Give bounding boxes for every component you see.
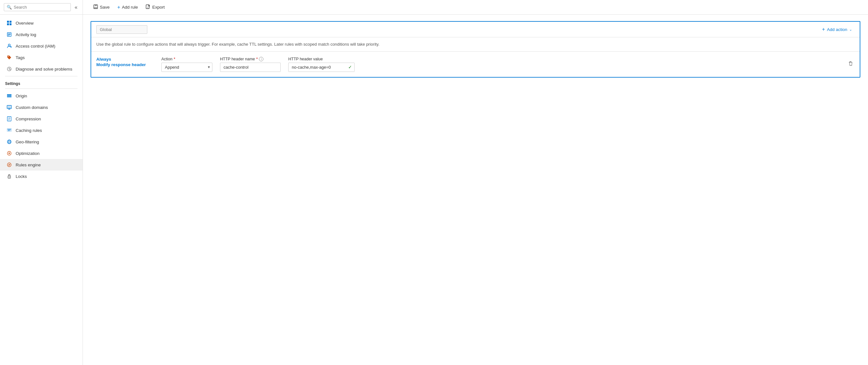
- sidebar-item-label: Tags: [16, 55, 25, 60]
- export-icon: [146, 4, 151, 10]
- sidebar-item-rules-engine[interactable]: Rules engine: [0, 159, 83, 171]
- save-button[interactable]: Save: [91, 3, 112, 12]
- action-select-wrapper[interactable]: Append Overwrite Delete: [161, 63, 212, 72]
- search-box[interactable]: 🔍: [4, 3, 71, 11]
- action-required-star: *: [174, 57, 175, 61]
- svg-rect-1: [9, 21, 11, 23]
- header-value-field: HTTP header value: [288, 57, 354, 72]
- sidebar-item-label: Overview: [16, 21, 33, 26]
- main-content: Save + Add rule Export +: [83, 0, 868, 365]
- svg-rect-0: [7, 21, 9, 23]
- action-field-label: Action *: [161, 57, 212, 61]
- sidebar-item-label: Activity log: [16, 32, 36, 37]
- save-icon: [93, 4, 98, 10]
- tags-icon: [6, 54, 12, 61]
- svg-point-8: [8, 44, 10, 46]
- settings-section-header: Settings: [0, 78, 83, 87]
- header-name-info-icon[interactable]: i: [259, 57, 264, 61]
- svg-rect-12: [7, 94, 11, 95]
- add-action-button[interactable]: + Add action ⌄: [819, 25, 855, 34]
- sidebar-search-area: 🔍 «: [0, 0, 83, 15]
- nav-divider: [5, 76, 78, 76]
- custom-domains-icon: [6, 104, 12, 111]
- sidebar-item-activity-log[interactable]: Activity log: [0, 29, 83, 40]
- add-action-plus-icon: +: [822, 27, 825, 32]
- sidebar-item-diagnose[interactable]: Diagnose and solve problems: [0, 63, 83, 75]
- sidebar-item-label: Geo-filtering: [16, 140, 39, 144]
- svg-rect-7: [8, 35, 9, 36]
- action-label-text: Action: [161, 57, 173, 61]
- sidebar-item-label: Caching rules: [16, 128, 42, 133]
- rule-condition-label: Always: [96, 57, 154, 62]
- action-select[interactable]: Append Overwrite Delete: [161, 63, 212, 72]
- sidebar-item-label: Locks: [16, 174, 27, 179]
- svg-rect-31: [94, 7, 97, 8]
- sidebar-item-locks[interactable]: Locks: [0, 171, 83, 182]
- header-name-label-text: HTTP header name: [220, 57, 255, 61]
- geo-filtering-icon: [6, 139, 12, 145]
- header-name-required-star: *: [256, 57, 258, 61]
- locks-icon: [6, 173, 12, 179]
- rules-engine-icon: [6, 162, 12, 168]
- sidebar-item-label: Custom domains: [16, 105, 48, 110]
- action-field: Action * Append Overwrite Delete: [161, 57, 212, 72]
- delete-action-button[interactable]: [846, 59, 855, 69]
- toolbar: Save + Add rule Export: [83, 0, 868, 15]
- add-rule-button[interactable]: + Add rule: [115, 3, 141, 12]
- header-value-input[interactable]: [288, 63, 354, 72]
- sidebar-item-caching-rules[interactable]: Caching rules: [0, 124, 83, 136]
- diagnose-icon: [6, 66, 12, 72]
- svg-rect-17: [7, 107, 11, 108]
- add-action-label: Add action: [827, 27, 847, 32]
- rule-action-row: Always Modify response header Action * A…: [91, 52, 860, 77]
- sidebar-item-label: Rules engine: [16, 163, 41, 167]
- search-icon: 🔍: [7, 5, 12, 9]
- rule-card-global: + Add action ⌄ Use the global rule to co…: [91, 21, 860, 78]
- sidebar-item-label: Access control (IAM): [16, 44, 56, 49]
- sidebar-item-tags[interactable]: Tags: [0, 52, 83, 63]
- sidebar-item-label: Compression: [16, 117, 41, 121]
- save-label: Save: [100, 5, 110, 9]
- header-value-label: HTTP header value: [288, 57, 354, 61]
- rule-action-name-label: Modify response header: [96, 62, 154, 67]
- access-control-icon: [6, 43, 12, 49]
- rule-card-info: Use the global rule to configure actions…: [91, 37, 860, 52]
- nav-divider-2: [5, 88, 78, 89]
- sidebar-item-access-control[interactable]: Access control (IAM): [0, 40, 83, 52]
- sidebar-item-label: Origin: [16, 93, 27, 99]
- svg-rect-6: [8, 34, 10, 35]
- header-value-label-text: HTTP header value: [288, 57, 323, 61]
- sidebar-item-label: Diagnose and solve problems: [16, 67, 72, 72]
- svg-rect-32: [96, 5, 96, 6]
- header-name-field: HTTP header name * i: [220, 57, 281, 72]
- optimization-icon: [6, 150, 12, 157]
- rules-area: + Add action ⌄ Use the global rule to co…: [83, 15, 868, 365]
- sidebar-item-geo-filtering[interactable]: Geo-filtering: [0, 136, 83, 147]
- sidebar-item-origin[interactable]: Origin: [0, 90, 83, 102]
- rule-card-header: + Add action ⌄: [91, 22, 860, 37]
- overview-icon: [6, 20, 12, 26]
- svg-rect-3: [9, 23, 11, 25]
- origin-icon: [6, 93, 12, 99]
- svg-rect-16: [7, 106, 11, 106]
- add-rule-icon: +: [117, 4, 120, 10]
- sidebar: 🔍 « Overview: [0, 0, 83, 365]
- svg-point-24: [9, 153, 9, 153]
- header-name-input[interactable]: [220, 63, 281, 72]
- rule-name-input[interactable]: [96, 25, 147, 34]
- sidebar-item-overview[interactable]: Overview: [0, 17, 83, 29]
- svg-point-10: [8, 56, 9, 57]
- svg-rect-14: [7, 96, 11, 97]
- main-nav: Overview Activity log: [0, 15, 83, 185]
- export-button[interactable]: Export: [143, 3, 167, 12]
- svg-rect-5: [8, 33, 10, 34]
- sidebar-item-compression[interactable]: Compression: [0, 113, 83, 124]
- search-input[interactable]: [14, 5, 68, 9]
- add-action-chevron-icon: ⌄: [849, 27, 852, 32]
- sidebar-item-custom-domains[interactable]: Custom domains: [0, 102, 83, 113]
- add-rule-label: Add rule: [122, 5, 138, 9]
- collapse-sidebar-button[interactable]: «: [73, 4, 79, 11]
- svg-rect-2: [7, 23, 9, 25]
- rule-action-label: Always Modify response header: [96, 57, 154, 67]
- sidebar-item-optimization[interactable]: Optimization: [0, 147, 83, 159]
